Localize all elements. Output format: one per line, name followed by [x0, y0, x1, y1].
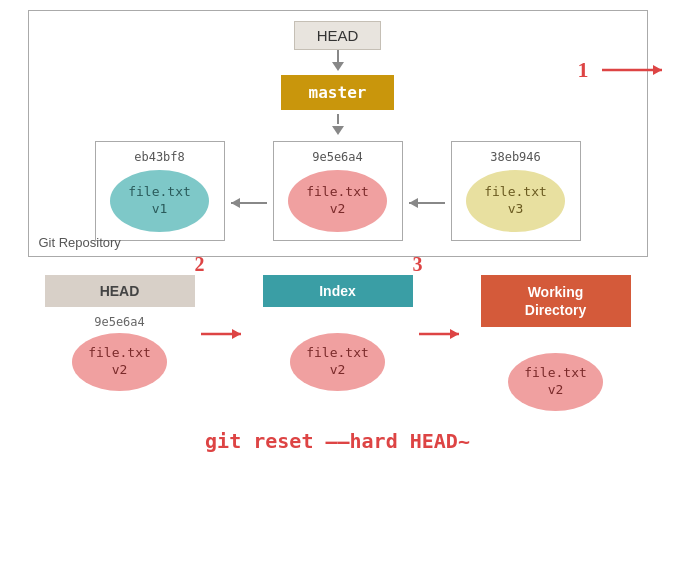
head-box: HEAD [294, 21, 382, 50]
bottom-index-blob: file.txtv2 [290, 333, 385, 391]
bottom-workdir-header: WorkingDirectory [481, 275, 631, 327]
commit-arrow-1-2 [405, 193, 449, 213]
commits-row: eb43bf8 file.txtv1 9e5e6a4 file.txtv2 [44, 141, 632, 241]
bottom-head-blob: file.txtv2 [72, 333, 167, 391]
svg-marker-5 [409, 198, 418, 208]
master-row: master 1 [44, 75, 632, 110]
head-to-master-arrow [332, 62, 344, 71]
bottom-workdir-hash: x [552, 335, 559, 349]
bottom-workdir-blob: file.txtv2 [508, 353, 603, 411]
bottom-head-hash: 9e5e6a4 [94, 315, 145, 329]
bottom-arrow-3-svg [417, 319, 477, 349]
bottom-head-header: HEAD [45, 275, 195, 307]
git-repository-section: HEAD master 1 [28, 10, 648, 257]
arrow-svg-0-1 [227, 193, 271, 213]
bottom-index-box: Index x file.txtv2 [263, 275, 413, 391]
bottom-arrow-2-svg [199, 319, 259, 349]
annotation-1-area: 1 [578, 57, 602, 83]
annotation-1-number: 1 [578, 57, 589, 83]
bottom-arrow-2-container: 2 [195, 319, 263, 349]
commit-box-eb43bf8: eb43bf8 file.txtv1 [95, 141, 225, 241]
commit-blob-2: file.txtv3 [466, 170, 565, 232]
arrow-svg-1-2 [405, 193, 449, 213]
commit-hash-0: eb43bf8 [134, 150, 185, 164]
svg-marker-9 [450, 329, 459, 339]
commit-blob-0: file.txtv1 [110, 170, 209, 232]
commit-box-38eb946: 38eb946 file.txtv3 [451, 141, 581, 241]
bottom-arrow-3-container: 3 [413, 319, 481, 349]
master-to-commit-arrow [44, 114, 632, 124]
annotation-2-number: 2 [195, 253, 205, 276]
head-to-master-line [337, 50, 339, 62]
main-container: HEAD master 1 [0, 0, 675, 572]
git-repo-label: Git Repository [39, 235, 121, 250]
git-reset-command: git reset ——hard HEAD~ [205, 429, 470, 453]
commit-box-9e5e6a4: 9e5e6a4 file.txtv2 [273, 141, 403, 241]
svg-marker-1 [653, 65, 662, 75]
bottom-head-box: HEAD 9e5e6a4 file.txtv2 [45, 275, 195, 391]
bottom-index-header: Index [263, 275, 413, 307]
bottom-workdir-box: WorkingDirectory x file.txtv2 [481, 275, 631, 411]
commit-blob-1: file.txtv2 [288, 170, 387, 232]
commit-hash-2: 38eb946 [490, 150, 541, 164]
bottom-section: HEAD 9e5e6a4 file.txtv2 2 Index x file.t… [28, 275, 648, 453]
svg-marker-3 [231, 198, 240, 208]
annotation-1-arrow [597, 60, 667, 80]
svg-marker-7 [232, 329, 241, 339]
commit-arrow-0-1 [227, 193, 271, 213]
master-to-commit-arrowhead [44, 126, 632, 135]
master-box: master [281, 75, 395, 110]
bottom-index-hash: x [334, 315, 341, 329]
commit-hash-1: 9e5e6a4 [312, 150, 363, 164]
bottom-boxes-row: HEAD 9e5e6a4 file.txtv2 2 Index x file.t… [45, 275, 631, 411]
head-area: HEAD [44, 21, 632, 71]
annotation-3-number: 3 [413, 253, 423, 276]
